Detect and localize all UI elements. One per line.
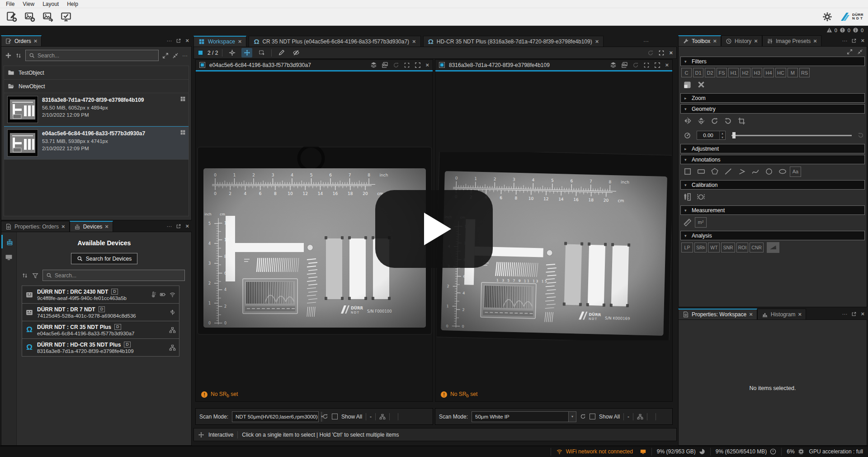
- device-row-hdcr35[interactable]: Ω DÜRR NDT : HD-CR 35 NDT Plus D 8316a3e…: [22, 338, 179, 357]
- reset-view-icon[interactable]: [632, 62, 639, 68]
- analysis-wt-button[interactable]: WT: [708, 243, 720, 252]
- folder-row-newobject[interactable]: NewObject: [4, 80, 189, 93]
- more-options-icon[interactable]: ···: [182, 52, 188, 59]
- filter-m-button[interactable]: M: [788, 68, 798, 77]
- reset-rotation-icon[interactable]: [858, 132, 864, 138]
- menu-help[interactable]: Help: [63, 0, 82, 8]
- length-calibration-icon[interactable]: [681, 191, 693, 202]
- rotate-cw-icon[interactable]: [708, 115, 721, 126]
- section-header-analysis[interactable]: ▾ Analysis: [680, 231, 865, 240]
- draw-circle-icon[interactable]: [763, 166, 775, 177]
- panel-menu-icon[interactable]: ···: [166, 38, 172, 44]
- rect-select-tool-icon[interactable]: [256, 48, 267, 57]
- device-row-drc2430[interactable]: DÜRR NDT : DRC 2430 NDT D 9c4ff8fe-aeaf-…: [22, 286, 179, 304]
- draw-square-icon[interactable]: [681, 166, 693, 177]
- tab-image-presets[interactable]: Image Presets ×: [762, 35, 821, 46]
- tab-toolbox[interactable]: Toolbox ×: [678, 35, 721, 46]
- collapse-all-icon[interactable]: [857, 49, 863, 55]
- close-icon[interactable]: ×: [425, 63, 429, 67]
- close-icon[interactable]: ×: [185, 38, 189, 43]
- layout-indicator-icon[interactable]: [198, 50, 203, 56]
- draw-polygon-icon[interactable]: [708, 166, 721, 177]
- fullscreen-icon[interactable]: [654, 62, 660, 68]
- new-order-button[interactable]: [5, 10, 19, 24]
- rotate-ccw-icon[interactable]: [722, 115, 734, 126]
- section-header-geometry[interactable]: ▾ Geometry: [680, 104, 865, 114]
- pan-tool-icon[interactable]: [241, 48, 252, 57]
- filter-d1-button[interactable]: D1: [693, 68, 703, 77]
- close-icon[interactable]: ×: [238, 39, 242, 44]
- hide-annotations-icon[interactable]: [291, 48, 302, 57]
- analysis-cnr-button[interactable]: CNR: [750, 243, 764, 252]
- maximize-icon[interactable]: [658, 50, 665, 56]
- popout-icon[interactable]: [851, 311, 857, 317]
- reset-view-icon[interactable]: [393, 62, 399, 68]
- order-image-item[interactable]: 8316a3e8-7d1a-4720-8f39-e3798fe4b109 56.…: [4, 93, 189, 126]
- show-all-checkbox[interactable]: [590, 414, 595, 419]
- tab-properties-orders[interactable]: Properties: Orders ×: [1, 221, 70, 232]
- close-icon[interactable]: ×: [105, 224, 108, 229]
- maximize-icon[interactable]: [643, 62, 650, 68]
- rotation-slider[interactable]: [731, 132, 852, 138]
- tab-hdcr35[interactable]: Ω HD-CR 35 NDT Plus (8316a3e8-7d1a-4720-…: [423, 36, 604, 47]
- filter-rs-button[interactable]: RS: [799, 68, 810, 77]
- panel-menu-icon[interactable]: ···: [842, 311, 847, 317]
- flip-horizontal-icon[interactable]: [681, 115, 693, 126]
- analysis-srb-button[interactable]: SRb: [694, 243, 707, 252]
- section-header-annotations[interactable]: ▾ Annotations: [680, 155, 865, 164]
- export-image-button[interactable]: [41, 10, 55, 24]
- close-icon[interactable]: ×: [34, 39, 38, 43]
- folder-row-testobject[interactable]: TestObject: [4, 66, 189, 80]
- tab-history[interactable]: History ×: [721, 35, 762, 46]
- search-for-devices-button[interactable]: Search for Devices: [71, 253, 137, 264]
- close-icon[interactable]: ×: [713, 39, 717, 43]
- info-circle-icon[interactable]: [853, 27, 859, 33]
- filter-h1-button[interactable]: H1: [728, 68, 739, 77]
- series-grid-icon[interactable]: [180, 129, 186, 135]
- fullscreen-icon[interactable]: [415, 62, 421, 68]
- popout-icon[interactable]: [176, 38, 181, 43]
- device-row-dr7[interactable]: DÜRR NDT : DR 7 NDT D 74125d45-528a-401c…: [22, 303, 179, 321]
- close-icon[interactable]: ×: [61, 224, 65, 229]
- section-header-measurement[interactable]: ▾ Measurement: [680, 205, 865, 215]
- close-icon[interactable]: ×: [749, 312, 753, 317]
- orders-search-input[interactable]: [38, 52, 155, 59]
- remove-filter-icon[interactable]: [695, 79, 707, 90]
- tab-devices[interactable]: Devices ×: [70, 221, 113, 232]
- acquisition-monitor-button[interactable]: [59, 10, 73, 24]
- tab-properties-workspace[interactable]: Properties: Workspace ×: [678, 309, 757, 319]
- filter-h2-button[interactable]: H2: [740, 68, 750, 77]
- flip-vertical-icon[interactable]: [695, 115, 707, 126]
- filter-fs-button[interactable]: FS: [717, 68, 727, 77]
- decrement-icon[interactable]: ▼: [720, 135, 725, 139]
- draw-text-button[interactable]: Aa: [790, 167, 801, 177]
- filter-h4-button[interactable]: H4: [764, 68, 774, 77]
- wifi-status[interactable]: WiFi network not connected: [551, 448, 651, 456]
- panel-menu-icon[interactable]: ···: [842, 38, 847, 44]
- slider-thumb[interactable]: [732, 132, 736, 138]
- section-header-filters[interactable]: ▾ Filters: [680, 57, 865, 66]
- close-icon[interactable]: ×: [861, 38, 864, 43]
- filter-hc-button[interactable]: HC: [775, 68, 786, 77]
- invert-corner-icon[interactable]: [681, 79, 693, 90]
- sort-icon[interactable]: [15, 52, 22, 59]
- image-stack-icon[interactable]: [382, 62, 388, 68]
- filter-h3-button[interactable]: H3: [752, 68, 762, 77]
- close-icon[interactable]: ×: [754, 39, 758, 43]
- expand-all-icon[interactable]: [847, 49, 853, 55]
- refresh-scan-modes-icon[interactable]: [580, 414, 586, 419]
- scan-mode-select[interactable]: NDT 50μm(HV620,laser6,rpm3000) ▾: [232, 411, 319, 422]
- detector-devices-view-icon[interactable]: [1, 250, 16, 264]
- draw-angle-icon[interactable]: [736, 166, 748, 177]
- section-header-calibration[interactable]: ▾ Calibration: [680, 180, 865, 190]
- refresh-icon[interactable]: [647, 50, 654, 56]
- analysis-lp-button[interactable]: LP: [681, 243, 693, 252]
- order-image-item-selected[interactable]: e04ac5e6-6c84-4196-8a33-f577b3d930a7 53.…: [4, 126, 189, 160]
- menu-view[interactable]: View: [19, 0, 38, 8]
- analysis-snr-button[interactable]: SNR: [721, 243, 735, 252]
- tab-workspace[interactable]: Workspace ×: [193, 36, 246, 47]
- tab-orders[interactable]: Orders ×: [1, 35, 42, 46]
- show-all-checkbox[interactable]: [332, 414, 338, 419]
- analysis-wedge-button[interactable]: [767, 242, 779, 253]
- measure-length-icon[interactable]: [681, 217, 693, 228]
